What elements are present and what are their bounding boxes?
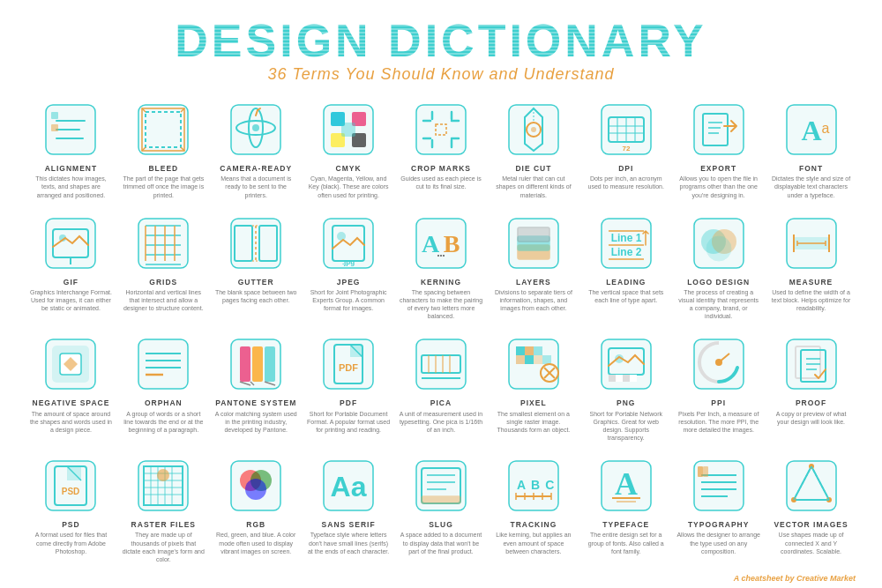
term-card-rgb: RGBRed, green, and blue. A color mode of…	[212, 450, 301, 567]
term-name: PICA	[430, 399, 452, 407]
term-card-jpeg: .jpgJPEGShort for Joint Photographic Exp…	[304, 208, 393, 324]
term-card-crop-marks: CROP MARKSGuides used as each piece is c…	[397, 94, 486, 203]
svg-rect-114	[240, 346, 250, 382]
term-name: BLEED	[148, 165, 178, 173]
svg-rect-115	[252, 346, 263, 382]
term-name: TRACKING	[510, 521, 557, 529]
term-icon-30: Aa	[317, 454, 380, 517]
term-icon-33: A	[594, 454, 658, 517]
term-desc: Guides used as each piece is cut to its …	[399, 175, 482, 190]
svg-rect-4	[51, 112, 58, 119]
term-desc: A copy or preview of what your design wi…	[769, 410, 853, 426]
term-name: PDF	[340, 399, 357, 407]
term-card-tracking: ABCTRACKINGLike kerning, but applies an …	[489, 450, 578, 567]
term-desc: Use shapes made up of connected X and Y …	[769, 531, 853, 555]
svg-rect-116	[265, 346, 275, 382]
term-name: PROOF	[796, 399, 826, 407]
term-desc: Short for Portable Network Graphics. Gre…	[584, 410, 668, 442]
term-card-negative-space: NEGATIVE SPACEThe amount of space around…	[26, 329, 116, 445]
term-icon-13: AB	[409, 212, 473, 275]
term-card-typography: TYPOGRAPHYAllows the designer to arrange…	[674, 450, 763, 567]
term-desc: Horizontal and vertical lines that inter…	[122, 288, 206, 312]
term-name: RGB	[246, 521, 265, 529]
footer-brand: Creative Market	[796, 574, 856, 583]
term-card-pantone-system: PANTONE SYSTEMA color matching system us…	[212, 329, 301, 445]
term-desc: The entire design set for a group of fon…	[584, 531, 668, 555]
term-desc: The smallest element on a single raster …	[491, 410, 575, 434]
term-icon-3	[317, 98, 380, 161]
term-desc: A color matching system used in the prin…	[214, 410, 298, 434]
term-card-ppi: PPIPixels Per Inch, a measure of resolut…	[674, 329, 763, 445]
svg-point-78	[337, 232, 346, 241]
term-desc: Dictates the style and size of displayab…	[769, 175, 853, 198]
term-icon-20	[224, 332, 288, 396]
term-name: PPI	[711, 399, 726, 407]
term-icon-11	[224, 212, 288, 275]
term-desc: Short for Portable Document Format. A po…	[307, 410, 391, 434]
term-card-psd: PSDPSDA format used for files that come …	[26, 450, 116, 567]
svg-rect-137	[534, 355, 542, 364]
term-card-alignment: ALIGNMENTThis dictates how images, texts…	[26, 94, 116, 203]
term-name: FONT	[799, 165, 823, 173]
term-card-measure: MEASUREUsed to define the width of a tex…	[766, 208, 856, 324]
svg-rect-134	[534, 346, 542, 355]
term-name: LOGO DESIGN	[687, 279, 750, 287]
term-icon-27: PSD	[39, 454, 102, 517]
term-desc: A format used for files that come direct…	[29, 531, 113, 555]
term-card-grids: GRIDSHorizontal and vertical lines that …	[119, 208, 208, 324]
svg-text:A: A	[615, 466, 638, 502]
svg-text:PDF: PDF	[339, 362, 358, 373]
svg-rect-47	[694, 105, 744, 154]
svg-text:.jpg: .jpg	[342, 258, 355, 266]
svg-rect-124	[416, 339, 466, 389]
term-icon-32: ABC	[502, 454, 565, 517]
term-name: LAYERS	[516, 279, 551, 287]
term-icon-12: .jpg	[317, 212, 380, 275]
term-icon-21: PDF	[317, 332, 380, 396]
term-card-die-cut: DIE CUTMetal ruler that can cut shapes o…	[489, 94, 578, 203]
page: DESIGN DICTIONARY 36 Terms You Should Kn…	[0, 0, 882, 588]
term-icon-2	[224, 98, 288, 161]
svg-point-37	[531, 127, 536, 132]
svg-rect-132	[516, 346, 525, 355]
term-icon-1	[131, 98, 195, 161]
term-name: PNG	[617, 399, 635, 407]
svg-rect-146	[616, 375, 623, 382]
term-icon-9	[39, 212, 102, 275]
term-icon-5	[502, 98, 565, 161]
svg-rect-135	[516, 355, 525, 364]
term-card-logo-design: LOGO DESIGNThe process of creating a vis…	[674, 208, 763, 324]
term-icon-0	[39, 98, 102, 161]
svg-rect-138	[542, 355, 551, 364]
term-desc: Graphics Interchange Format. Used for im…	[29, 288, 113, 312]
term-icon-24	[594, 332, 658, 396]
term-name: DPI	[618, 165, 633, 173]
term-card-camera-ready: CAMERA-READYMeans that a document is rea…	[212, 94, 301, 203]
term-icon-16	[687, 212, 751, 275]
term-card-typeface: ATYPEFACEThe entire design set for a gro…	[581, 450, 670, 567]
term-desc: Like kerning, but applies an even amount…	[491, 531, 575, 555]
term-icon-26	[780, 332, 843, 396]
term-desc: The blank space between two pages facing…	[214, 288, 298, 304]
term-card-pixel: PIXELThe smallest element on a single ra…	[489, 329, 578, 445]
term-name: ORPHAN	[145, 399, 183, 407]
term-icon-29	[224, 454, 288, 517]
term-card-orphan: ORPHANA group of words or a short line t…	[119, 329, 208, 445]
term-icon-34	[687, 454, 751, 517]
svg-text:A: A	[422, 230, 440, 257]
term-desc: They are made up of thousands of pixels …	[122, 531, 206, 562]
svg-point-97	[706, 236, 731, 261]
svg-point-172	[157, 469, 169, 481]
header: DESIGN DICTIONARY 36 Terms You Should Kn…	[26, 18, 856, 84]
term-desc: Means that a document is ready to be sen…	[214, 175, 298, 198]
term-icon-25	[687, 332, 751, 396]
term-card-vector-images: VECTOR IMAGESUse shapes made up of conne…	[766, 450, 856, 567]
term-card-gutter: GUTTERThe blank space between two pages …	[212, 208, 301, 324]
term-icon-22	[409, 332, 473, 396]
term-card-leading: Line 1Line 2LEADINGThe vertical space th…	[581, 208, 670, 324]
term-card-layers: LAYERSDivisions to separate tiers of inf…	[489, 208, 578, 324]
term-icon-17	[780, 212, 843, 275]
svg-rect-25	[416, 105, 466, 154]
svg-text:ABC: ABC	[517, 478, 559, 492]
term-card-raster-files: RASTER FILESThey are made up of thousand…	[119, 450, 208, 567]
